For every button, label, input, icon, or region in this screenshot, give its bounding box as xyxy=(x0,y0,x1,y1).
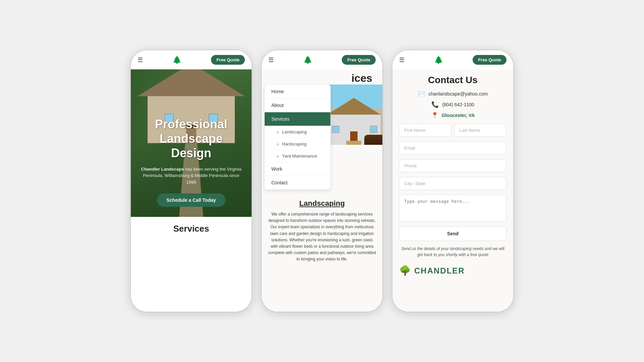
first-name-input[interactable] xyxy=(399,124,451,137)
contact-note: Send us the details of your landscaping … xyxy=(399,246,506,258)
landscaping-title: Landscaping xyxy=(268,199,376,208)
free-quote-button-3[interactable]: Free Quote xyxy=(473,55,506,65)
contact-info: ✉️ chanlandscape@yahoo.com 📞 (804) 642-1… xyxy=(399,90,506,119)
name-row xyxy=(399,124,506,137)
free-quote-button-1[interactable]: Free Quote xyxy=(211,55,245,65)
phone-1: ☰ 🌲 Free Quote xyxy=(131,50,252,312)
phone-3: ☰ 🌲 Free Quote Contact Us ✉️ chanlandsca… xyxy=(392,50,513,312)
scene: ☰ 🌲 Free Quote xyxy=(131,50,513,312)
hamburger-icon-1[interactable]: ☰ xyxy=(138,56,143,64)
last-name-input[interactable] xyxy=(454,124,506,137)
contact-email: chanlandscape@yahoo.com xyxy=(429,91,488,97)
city-state-input[interactable] xyxy=(399,177,506,190)
dropdown-menu: Home About Services Landscaping Hardscap… xyxy=(264,84,331,190)
tree-icon-2: 🌲 xyxy=(303,56,312,64)
hamburger-icon-2[interactable]: ☰ xyxy=(268,56,274,64)
house-photo xyxy=(322,84,382,145)
phone-input[interactable] xyxy=(399,159,506,172)
navbar-3: ☰ 🌲 Free Quote xyxy=(392,50,513,69)
footer-logo: 🌳 CHANDLER xyxy=(399,262,506,279)
footer-tree-icon: 🌳 xyxy=(399,265,411,276)
contact-content: Contact Us ✉️ chanlandscape@yahoo.com 📞 … xyxy=(392,69,513,312)
menu-item-services[interactable]: Services xyxy=(265,112,330,126)
email-input[interactable] xyxy=(399,141,506,155)
menu-sub-landscaping[interactable]: Landscaping xyxy=(265,126,330,138)
contact-title: Contact Us xyxy=(399,75,506,85)
email-icon: ✉️ xyxy=(418,90,425,98)
services-page-title: ices xyxy=(268,72,376,84)
services-bg-heading: ices xyxy=(262,69,382,84)
menu-item-work[interactable]: Work xyxy=(265,162,330,176)
menu-sub-yard-maintenance[interactable]: Yard Maintenance xyxy=(265,150,330,162)
menu-image-area: Home About Services Landscaping Hardscap… xyxy=(262,84,382,194)
navbar-2: ☰ 🌲 Free Quote xyxy=(262,50,382,69)
sub-bullet-yard xyxy=(277,156,279,158)
contact-phone: (804) 642-1100 xyxy=(442,102,474,107)
menu-sub-hardscaping[interactable]: Hardscaping xyxy=(265,138,330,150)
contact-location-row: 📍 Gloucester, VA xyxy=(431,112,475,119)
tree-icon-1: 🌲 xyxy=(172,56,181,64)
hero-subtitle: Chandler Landscape has been serving the … xyxy=(139,166,244,186)
services-peek: Services xyxy=(131,217,252,237)
free-quote-button-2[interactable]: Free Quote xyxy=(342,55,376,65)
hero-brand-name: Chandler Landscape xyxy=(141,167,184,172)
navbar-1: ☰ 🌲 Free Quote xyxy=(131,50,252,69)
phone1-content: Professional Landscape Design Chandler L… xyxy=(131,69,252,312)
sub-bullet-hardscaping xyxy=(277,143,279,145)
contact-email-row: ✉️ chanlandscape@yahoo.com xyxy=(418,90,488,98)
footer-brand-name: CHANDLER xyxy=(414,266,465,276)
landscaping-description: We offer a comprehensive range of landsc… xyxy=(268,211,376,263)
schedule-call-button[interactable]: Schedule a Call Today xyxy=(157,193,225,207)
tree-icon-3: 🌲 xyxy=(434,56,443,64)
message-textarea[interactable] xyxy=(399,195,506,222)
hero-title: Professional Landscape Design xyxy=(139,117,244,161)
landscaping-section: Landscaping We offer a comprehensive ran… xyxy=(262,194,382,312)
phone-icon: 📞 xyxy=(431,101,439,108)
hero-background: Professional Landscape Design Chandler L… xyxy=(131,69,252,217)
contact-location: Gloucester, VA xyxy=(442,113,475,118)
menu-item-about[interactable]: About xyxy=(265,99,330,112)
services-heading-peek: Services xyxy=(139,224,244,234)
house-roof xyxy=(138,69,245,96)
location-icon: 📍 xyxy=(431,112,438,119)
contact-phone-row: 📞 (804) 642-1100 xyxy=(431,101,474,108)
send-button[interactable]: Send xyxy=(399,226,506,241)
hamburger-icon-3[interactable]: ☰ xyxy=(399,56,405,64)
sub-bullet-landscaping xyxy=(277,131,279,133)
phone-2: ☰ 🌲 Free Quote ices Home About Services … xyxy=(262,50,382,312)
hero-text: Professional Landscape Design Chandler L… xyxy=(131,117,252,207)
menu-item-contact[interactable]: Contact xyxy=(265,176,330,189)
menu-item-home[interactable]: Home xyxy=(265,85,330,99)
